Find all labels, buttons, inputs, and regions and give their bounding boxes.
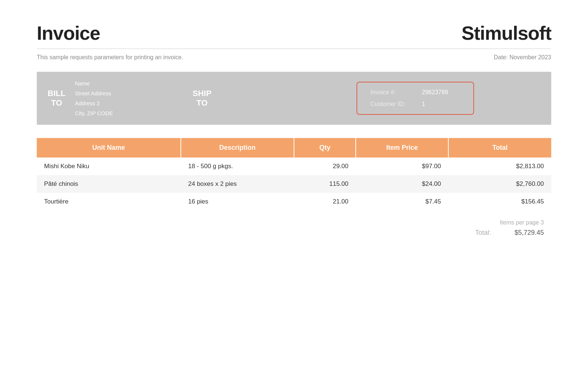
bill-to-street: Street Address	[75, 88, 113, 98]
customer-id-row: Customer ID: 1	[370, 101, 460, 107]
bill-to-address2: Address 2	[75, 98, 113, 108]
cell-unit-name: Tourtière	[37, 193, 181, 210]
col-header-description: Description	[181, 138, 294, 158]
cell-qty: 29.00	[294, 158, 356, 175]
footer-section: Items per page 3 Total: $5,729.45	[37, 219, 551, 237]
invoice-date: Date: November 2023	[494, 54, 551, 61]
cell-item-price: $24.00	[356, 175, 448, 193]
cell-total: $2,813.00	[448, 158, 551, 175]
cell-qty: 115.00	[294, 175, 356, 193]
ship-to-label: SHIP TO	[193, 89, 211, 108]
customer-id-value: 1	[422, 101, 425, 107]
invoice-info-box: Invoice #: 29623789 Customer ID: 1	[356, 82, 474, 115]
col-header-unit-name: Unit Name	[37, 138, 181, 158]
cell-item-price: $7.45	[356, 193, 448, 210]
table-row: Tourtière16 pies21.00$7.45$156.45	[37, 193, 551, 210]
invoice-title: Invoice	[37, 22, 100, 44]
col-header-item-price: Item Price	[356, 138, 448, 158]
invoice-number-value: 29623789	[422, 89, 448, 96]
cell-description: 18 - 500 g pkgs.	[181, 158, 294, 175]
table-row: Pâté chinois24 boxes x 2 pies115.00$24.0…	[37, 175, 551, 193]
total-label: Total:	[475, 229, 491, 237]
cell-description: 24 boxes x 2 pies	[181, 175, 294, 193]
table-row: Mishi Kobe Niku18 - 500 g pkgs.29.00$97.…	[37, 158, 551, 175]
cell-unit-name: Pâté chinois	[37, 175, 181, 193]
cell-qty: 21.00	[294, 193, 356, 210]
cell-total: $156.45	[448, 193, 551, 210]
items-per-page: Items per page 3	[500, 219, 544, 226]
invoice-table: Unit Name Description Qty Item Price Tot…	[37, 138, 551, 210]
col-header-qty: Qty	[294, 138, 356, 158]
company-name: Stimulsoft	[462, 22, 551, 44]
table-header-row: Unit Name Description Qty Item Price Tot…	[37, 138, 551, 158]
invoice-description: This sample requests parameters for prin…	[37, 54, 183, 61]
invoice-info-section: Invoice #: 29623789 Customer ID: 1	[288, 78, 542, 118]
cell-description: 16 pies	[181, 193, 294, 210]
invoice-number-row: Invoice #: 29623789	[370, 89, 460, 96]
cell-unit-name: Mishi Kobe Niku	[37, 158, 181, 175]
customer-id-label: Customer ID:	[370, 101, 422, 107]
bill-to-section: BILL TO Name Street Address Address 2 Ci…	[46, 78, 171, 118]
info-band: BILL TO Name Street Address Address 2 Ci…	[37, 72, 551, 125]
cell-total: $2,760.00	[448, 175, 551, 193]
bill-to-address: Name Street Address Address 2 City, ZIP …	[75, 78, 113, 118]
ship-to-section: SHIP TO	[171, 78, 288, 118]
col-header-total: Total	[448, 138, 551, 158]
cell-item-price: $97.00	[356, 158, 448, 175]
bill-to-name: Name	[75, 78, 113, 88]
total-value: $5,729.45	[500, 229, 544, 237]
bill-to-label: BILL TO	[46, 89, 68, 108]
invoice-number-label: Invoice #:	[370, 89, 422, 96]
total-row: Total: $5,729.45	[475, 229, 544, 237]
bill-to-city: City, ZIP CODE	[75, 108, 113, 118]
